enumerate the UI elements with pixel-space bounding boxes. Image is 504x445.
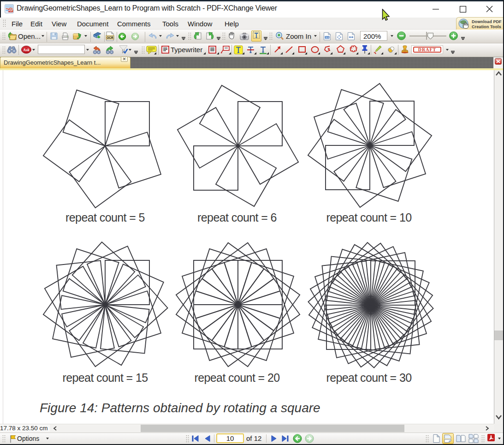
svg-text:Ask: Ask — [23, 48, 30, 52]
svg-text:OCR: OCR — [107, 36, 113, 39]
svg-text:PDF: PDF — [8, 10, 13, 12]
svg-text:1:1: 1:1 — [326, 36, 329, 39]
